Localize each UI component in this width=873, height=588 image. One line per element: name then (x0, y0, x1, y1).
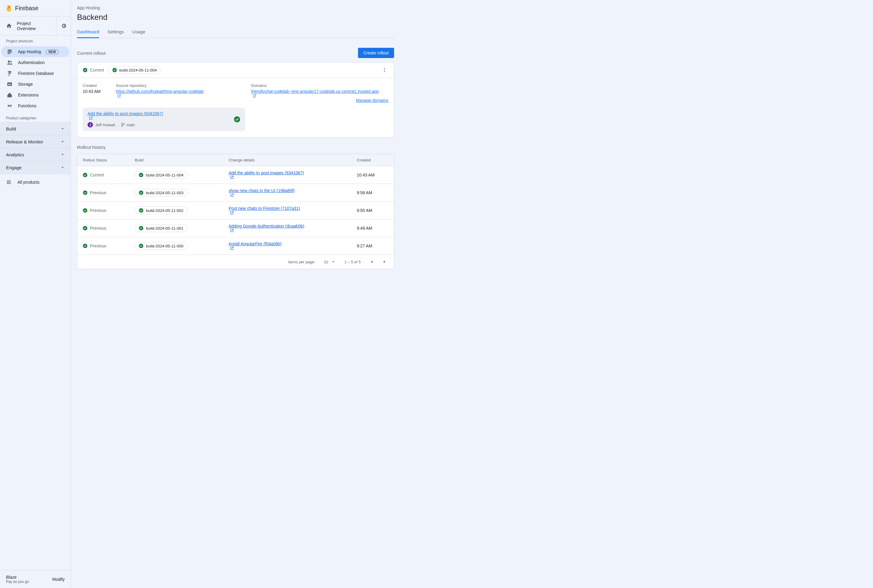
functions-icon (6, 103, 13, 109)
sidebar-item-storage[interactable]: Storage (1, 79, 69, 90)
svg-point-0 (8, 60, 10, 63)
hosting-icon (6, 49, 13, 55)
build-chip[interactable]: build-2024-05-11-000 (135, 242, 187, 250)
build-chip[interactable]: build-2024-05-11-002 (135, 207, 187, 214)
rollout-status: Current (83, 172, 124, 177)
current-rollout-card: Current build-2024-05-11-004 Created 10:… (77, 62, 394, 137)
apps-grid-icon (6, 180, 11, 185)
more-vert-icon (382, 68, 387, 73)
new-badge: NEW (46, 50, 59, 54)
next-page-button[interactable] (382, 259, 387, 264)
source-repo-label: Source repository (116, 83, 245, 88)
table-row: Previousbuild-2024-05-11-001Adding Googl… (77, 219, 394, 237)
tabs-bar: DashboardSettingsUsage (77, 26, 394, 38)
settings-gear-button[interactable] (56, 16, 71, 35)
sidebar-item-label: App Hosting (18, 49, 41, 54)
category-analytics[interactable]: Analytics (0, 148, 71, 161)
sidebar-item-extensions[interactable]: Extensions (1, 90, 69, 100)
commit-author: Jeff Huleatt (95, 123, 115, 127)
svg-point-11 (124, 123, 125, 124)
items-per-page-label: Items per page: (288, 260, 315, 264)
table-row: Previousbuild-2024-05-11-003show new cha… (77, 184, 394, 202)
created-cell: 9:27 AM (352, 237, 394, 255)
column-header: Created (352, 154, 394, 166)
created-cell: 10:43 AM (352, 166, 394, 184)
chevron-down-icon (60, 139, 65, 144)
build-chip[interactable]: build-2024-05-11-003 (135, 189, 187, 196)
sidebar-item-label: Storage (18, 82, 33, 87)
created-cell: 9:58 AM (352, 184, 394, 202)
check-circle-icon (234, 116, 240, 123)
create-rollout-button[interactable]: Create rollout (358, 48, 394, 58)
chevron-down-icon (60, 152, 65, 157)
build-chip[interactable]: build-2024-05-11-001 (135, 224, 187, 232)
people-icon (6, 60, 13, 66)
external-link-icon (89, 116, 93, 120)
check-circle-icon (112, 68, 117, 72)
build-chip[interactable]: build-2024-05-11-004 (135, 171, 187, 179)
rollout-history-table: Rollout StatusBuildChange detailsCreated… (77, 154, 394, 269)
rollout-status: Previous (83, 226, 124, 231)
change-details-link[interactable]: Adding Google Authentication (dcaab0b) (228, 224, 346, 232)
external-link-icon (117, 94, 121, 98)
project-overview-label: Project Overview (17, 21, 50, 31)
extensions-icon (6, 92, 13, 98)
storage-icon (6, 81, 13, 87)
category-label: Engage (6, 165, 22, 170)
change-details-link[interactable]: Post new chats to Firestore (7107a31) (228, 206, 346, 215)
table-pagination: Items per page: 10 1 – 5 of 5 (77, 255, 394, 269)
category-build[interactable]: Build (0, 122, 71, 135)
sidebar-item-authentication[interactable]: Authentication (1, 57, 69, 68)
svg-point-9 (122, 123, 122, 124)
created-cell: 9:50 AM (352, 202, 394, 219)
rollout-status: Previous (83, 190, 124, 195)
domains-label: Domains (251, 83, 388, 88)
shortcuts-caption: Project shortcuts (0, 36, 71, 45)
commit-branch: main (121, 123, 135, 127)
page-title: Backend (77, 13, 394, 22)
chevron-down-icon (60, 165, 65, 170)
category-engage[interactable]: Engage (0, 161, 71, 174)
change-details-link[interactable]: show new chats in the UI (198a89f) (228, 188, 346, 197)
svg-point-8 (384, 71, 385, 72)
sidebar-item-label: Functions (18, 104, 36, 108)
tab-dashboard[interactable]: Dashboard (77, 26, 99, 38)
rollout-status: Previous (83, 243, 124, 248)
change-details-link[interactable]: Install AngularFire (f04a06b) (228, 242, 346, 250)
rollout-history-heading: Rollout history (77, 145, 105, 150)
all-products-link[interactable]: All products (0, 174, 71, 190)
author-avatar: J (87, 122, 93, 128)
items-per-page-select[interactable]: 10 (324, 259, 336, 264)
prev-page-button[interactable] (369, 259, 374, 264)
chevron-right-icon (382, 259, 387, 264)
tab-usage[interactable]: Usage (132, 26, 145, 38)
svg-point-1 (10, 61, 12, 63)
sidebar-item-firestore-database[interactable]: Firestore Database (1, 68, 69, 79)
card-overflow-menu[interactable] (380, 66, 388, 74)
logo-text: Firebase (15, 5, 39, 12)
external-link-icon (252, 94, 257, 98)
breadcrumb[interactable]: App Hosting (77, 0, 394, 10)
created-label: Created (83, 83, 110, 88)
firestore-icon (6, 70, 13, 76)
category-label: Release & Monitor (6, 139, 43, 144)
logo[interactable]: Firebase (0, 0, 71, 16)
current-rollout-heading: Current rollout (77, 51, 105, 56)
category-release-monitor[interactable]: Release & Monitor (0, 135, 71, 148)
project-overview-link[interactable]: Project Overview (0, 16, 56, 35)
sidebar-item-functions[interactable]: Functions (1, 100, 69, 111)
table-row: Currentbuild-2024-05-11-004Add the abili… (77, 166, 394, 184)
commit-link[interactable]: Add the ability to post images (6341067) (87, 111, 230, 120)
tab-settings[interactable]: Settings (107, 26, 124, 38)
domain-link[interactable]: friendlychat-codelab--test-angular17-cod… (251, 89, 388, 98)
manage-domains-link[interactable]: Manage domains (356, 98, 388, 103)
svg-point-10 (122, 126, 122, 126)
sidebar: Firebase Project Overview Project shortc… (0, 0, 71, 269)
current-build-chip[interactable]: build-2024-05-11-004 (108, 66, 161, 74)
pagination-range: 1 – 5 of 5 (344, 260, 361, 264)
change-details-link[interactable]: Add the ability to post images (6341067) (228, 171, 346, 180)
gear-icon (61, 23, 67, 29)
source-repo-link[interactable]: https://github.com/jhuleatt/tmp-angular-… (116, 89, 245, 98)
sidebar-item-app-hosting[interactable]: App HostingNEW (1, 46, 69, 57)
current-build-id: build-2024-05-11-004 (119, 68, 157, 72)
